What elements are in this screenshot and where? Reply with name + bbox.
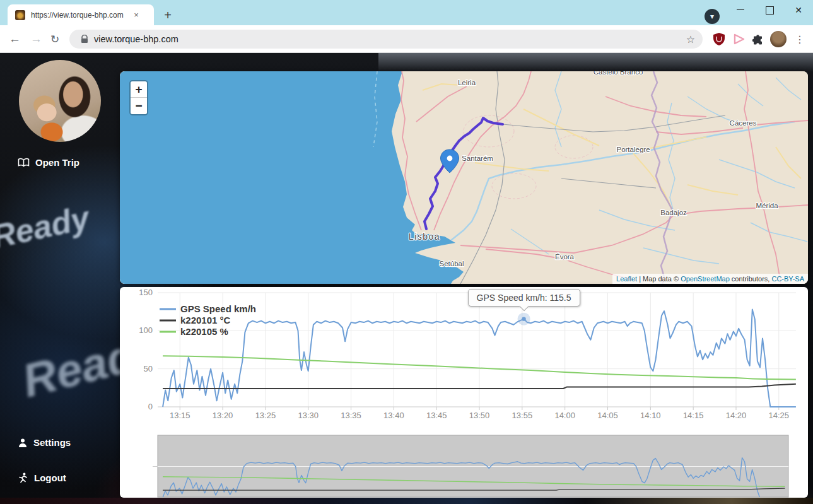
- zoom-in-button[interactable]: +: [131, 81, 147, 98]
- x-tick-label: 13:50: [469, 411, 490, 420]
- sidebar-item-label: Open Trip: [35, 157, 79, 168]
- reload-button[interactable]: ↻: [50, 32, 59, 45]
- x-tick-label: 13:15: [170, 411, 190, 420]
- city-label: Portalegre: [616, 146, 650, 153]
- ublock-extension-icon[interactable]: [713, 32, 725, 46]
- extensions-puzzle-icon[interactable]: [752, 33, 764, 45]
- city-label: Cáceres: [730, 119, 757, 127]
- address-bar[interactable]: view.torque-bhp.com ☆: [69, 30, 703, 49]
- tab-title: https://view.torque-bhp.com: [31, 11, 131, 20]
- x-tick-label: 13:30: [298, 411, 319, 420]
- trip-chart[interactable]: 13:1513:2013:2513:3013:3513:4013:4513:50…: [120, 287, 808, 498]
- title-bar: https://view.torque-bhp.com × +: [0, 0, 813, 25]
- browser-profile-avatar[interactable]: [770, 31, 787, 47]
- site-favicon-icon: [15, 10, 25, 20]
- bookmark-star-icon[interactable]: ☆: [686, 33, 695, 45]
- user-profile-photo[interactable]: [19, 60, 101, 142]
- legend-label: k220101 °C: [180, 315, 231, 325]
- city-label: Santarém: [462, 155, 493, 162]
- y-tick-label: 100: [139, 325, 153, 335]
- leaflet-link[interactable]: Leaflet: [616, 275, 637, 283]
- browser-window: https://view.torque-bhp.com × + ← → ↻ vi…: [0, 0, 813, 504]
- x-tick-label: 14:05: [597, 411, 618, 420]
- zoom-out-button[interactable]: −: [131, 98, 147, 114]
- openstreetmap-link[interactable]: OpenStreetMap: [681, 275, 730, 283]
- y-tick-label: 150: [139, 288, 153, 297]
- browser-toolbar: ← → ↻ view.torque-bhp.com ☆ ⋮: [0, 25, 813, 53]
- maximize-button[interactable]: [755, 0, 784, 20]
- legend-label: GPS Speed km/h: [180, 303, 256, 314]
- x-tick-label: 14:20: [726, 411, 747, 420]
- x-tick-label: 13:40: [383, 411, 404, 420]
- x-tick-label: 14:00: [554, 411, 575, 420]
- map-zoom-control: + −: [129, 80, 148, 115]
- chart-panel[interactable]: 13:1513:2013:2513:3013:3513:4013:4513:50…: [120, 287, 808, 498]
- window-controls: [726, 0, 813, 20]
- pink-extension-icon[interactable]: [732, 33, 746, 45]
- license-link[interactable]: CC-BY-SA: [771, 275, 804, 283]
- city-label: Évora: [555, 253, 575, 261]
- city-label: Lisboa: [409, 231, 440, 242]
- background-sheen: [378, 53, 813, 72]
- x-tick-label: 13:45: [426, 411, 447, 420]
- sidebar-item-settings[interactable]: Settings: [18, 437, 71, 448]
- tab-close-icon[interactable]: ×: [131, 9, 142, 21]
- new-tab-button[interactable]: +: [159, 7, 177, 25]
- back-button[interactable]: ←: [9, 32, 21, 46]
- x-tick-label: 13:55: [512, 411, 533, 420]
- attribution-text: contributors,: [730, 275, 772, 283]
- person-icon: [18, 438, 28, 448]
- attribution-text: | Map data ©: [637, 275, 681, 283]
- leaflet-map[interactable]: LeiriaSantarémLisboaSetúbalÉvoraPortaleg…: [120, 71, 808, 284]
- sidebar-item-label: Settings: [33, 437, 71, 448]
- city-label: Setúbal: [439, 260, 464, 267]
- map-attribution: Leaflet | Map data © OpenStreetMap contr…: [612, 274, 808, 284]
- lock-icon: [81, 35, 88, 44]
- open-book-icon: [18, 158, 30, 167]
- close-window-button[interactable]: [784, 0, 813, 20]
- legend-label: k220105 %: [180, 326, 228, 337]
- x-tick-label: 13:25: [255, 411, 276, 420]
- sidebar-item-logout[interactable]: Logout: [18, 472, 66, 483]
- background-text: Ready: [0, 198, 93, 255]
- city-label: Mérida: [756, 202, 778, 209]
- browser-tab[interactable]: https://view.torque-bhp.com ×: [8, 4, 154, 25]
- map-panel[interactable]: LeiriaSantarémLisboaSetúbalÉvoraPortaleg…: [120, 71, 808, 284]
- chart-tooltip: GPS Speed km/h: 115.5: [468, 289, 580, 307]
- x-tick-label: 14:25: [769, 411, 790, 420]
- chart-navigator[interactable]: [153, 435, 788, 498]
- x-tick-label: 13:20: [213, 411, 233, 420]
- highlight-point: [522, 317, 525, 320]
- sidebar-item-label: Logout: [34, 472, 66, 483]
- x-tick-label: 14:10: [640, 411, 661, 420]
- page-content: Ready Ready Open Trip Settings Logout: [0, 53, 813, 504]
- background-bottom: [0, 498, 813, 504]
- minimize-button[interactable]: [726, 0, 755, 20]
- forward-button[interactable]: →: [30, 32, 42, 46]
- city-label: Leiria: [458, 79, 476, 86]
- x-tick-label: 13:35: [341, 411, 361, 420]
- url-text: view.torque-bhp.com: [94, 34, 178, 44]
- browser-menu-icon[interactable]: ⋮: [795, 33, 805, 45]
- chart-legend: GPS Speed km/hk220101 °Ck220105 %: [160, 303, 256, 337]
- tab-search-icon[interactable]: [705, 9, 720, 24]
- y-tick-label: 0: [148, 402, 153, 411]
- x-tick-label: 14:15: [683, 411, 704, 420]
- sidebar-item-open-trip[interactable]: Open Trip: [18, 157, 79, 168]
- city-label: Badajoz: [660, 209, 687, 216]
- y-tick-label: 50: [144, 364, 153, 373]
- logout-runner-icon: [18, 472, 28, 483]
- city-label: Castelo Branco: [594, 71, 643, 76]
